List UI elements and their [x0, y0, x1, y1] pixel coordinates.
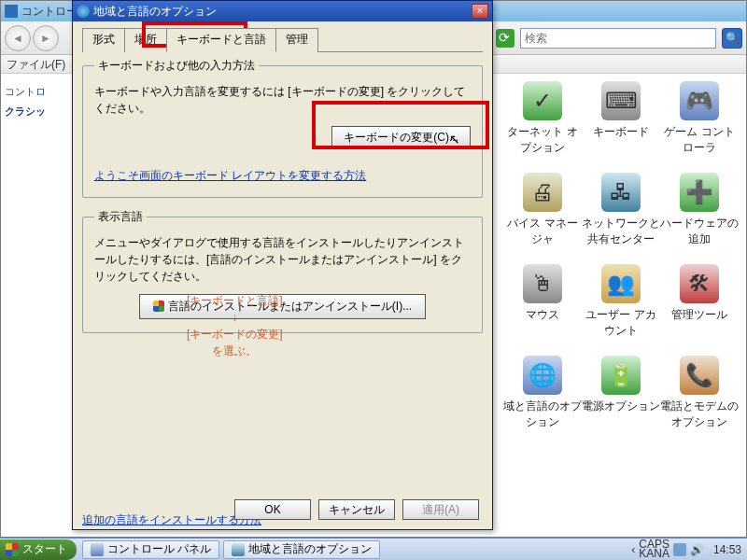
taskbar-item-control-panel[interactable]: コントロール パネル [82, 540, 219, 559]
tab-format[interactable]: 形式 [82, 28, 125, 52]
side-link-classic[interactable]: クラシッ [5, 105, 61, 119]
mouse-icon: 🖱 [523, 264, 562, 303]
globe-icon [77, 5, 90, 18]
search-go-button[interactable]: 🔍 [722, 28, 742, 49]
cp-item[interactable]: 👥ユーザー アカウント [582, 264, 660, 356]
users-icon: 👥 [601, 264, 641, 303]
keyboard-icon: ⌨ [601, 81, 641, 120]
dialog-titlebar[interactable]: 地域と言語のオプション × [73, 1, 492, 21]
caps-indicator: CAPSKANA [639, 540, 669, 559]
hardware-icon: ➕ [680, 173, 719, 212]
cp-icon [5, 5, 18, 18]
start-button[interactable]: スタート [0, 539, 77, 560]
tab-admin[interactable]: 管理 [275, 28, 318, 52]
clock[interactable]: 14:53 [713, 543, 741, 556]
cp-item[interactable]: 🔋電源オプション [582, 356, 660, 447]
menu-file[interactable]: ファイル(F) [7, 58, 65, 71]
tray-printer-icon[interactable] [673, 543, 686, 556]
search-icon [496, 29, 514, 48]
taskbar: スタート コントロール パネル 地域と言語のオプション ‹ CAPSKANA 🔊… [0, 538, 747, 560]
cp-sidebar: コントロ クラシッ [1, 74, 64, 537]
install-language-button[interactable]: 言語のインストールまたはアンインストール(I)... [139, 294, 426, 319]
tray-volume-icon[interactable]: 🔊 [690, 543, 704, 556]
keyboard-text: キーボードや入力言語を変更するには [キーボードの変更] をクリックしてください… [94, 83, 471, 117]
power-icon: 🔋 [601, 356, 641, 395]
cp-item[interactable]: ✓ターネット オプション [503, 81, 582, 173]
system-tray: ‹ CAPSKANA 🔊 14:53 [626, 540, 747, 559]
keyboard-legend: キーボードおよび他の入力方法 [94, 58, 259, 74]
cp-title: コントロー [21, 4, 78, 20]
cancel-button[interactable]: キャンセル [318, 499, 395, 520]
dialog-buttons: OK キャンセル 適用(A) [234, 499, 479, 520]
display-language-legend: 表示言語 [94, 209, 147, 225]
close-button[interactable]: × [472, 4, 488, 19]
windows-flag-icon [6, 543, 19, 556]
cp-item[interactable]: ➕ハードウェアの追加 [660, 173, 739, 264]
apply-button[interactable]: 適用(A) [402, 499, 479, 520]
gamepad-icon: 🎮 [680, 81, 719, 120]
tab-strip: 形式 場所 キーボードと言語 管理 [82, 27, 483, 52]
side-link-control[interactable]: コントロ [5, 85, 61, 99]
region-language-dialog: 地域と言語のオプション × 形式 場所 キーボードと言語 管理 キーボードおよび… [72, 0, 493, 530]
forward-button[interactable]: ► [33, 25, 59, 51]
cp-item[interactable]: 🌐域と言語のオプション [503, 356, 582, 447]
tray-chevron-icon[interactable]: ‹ [631, 543, 635, 556]
display-language-text: メニューやダイアログで使用する言語をインストールしたりアンインストールしたりする… [94, 234, 471, 285]
welcome-layout-link[interactable]: ようこそ画面のキーボード レイアウトを変更する方法 [94, 168, 366, 184]
display-language-fieldset: 表示言語 メニューやダイアログで使用する言語をインストールしたりアンインストール… [82, 209, 483, 333]
cp-item[interactable]: 🖱マウス [503, 264, 582, 356]
taskbar-item-region[interactable]: 地域と言語のオプション [223, 540, 380, 559]
device-icon: 🖨 [523, 173, 562, 212]
internet-icon: ✓ [523, 81, 562, 120]
cp-item[interactable]: 📞電話とモデムのオプション [660, 356, 739, 447]
cp-item[interactable]: 🎮ゲーム コントローラ [660, 81, 739, 173]
cp-item[interactable]: 🖧ネットワークと共有センター [582, 173, 660, 264]
ok-button[interactable]: OK [234, 499, 311, 520]
change-keyboard-button[interactable]: キーボードの変更(C)... ↖ [331, 126, 471, 149]
folder-icon [91, 543, 104, 556]
dialog-title: 地域と言語のオプション [93, 4, 217, 20]
cp-item[interactable]: 🛠管理ツール [660, 264, 739, 356]
region-icon: 🌐 [523, 356, 562, 395]
cp-item[interactable]: ⌨キーボード [582, 81, 660, 173]
network-icon: 🖧 [601, 173, 641, 212]
cp-item[interactable]: 🖨バイス マネージャ [503, 173, 582, 264]
keyboard-fieldset: キーボードおよび他の入力方法 キーボードや入力言語を変更するには [キーボードの… [82, 58, 483, 198]
tab-keyboard-language[interactable]: キーボードと言語 [166, 28, 276, 52]
admin-icon: 🛠 [680, 264, 719, 303]
back-button[interactable]: ◄ [5, 25, 31, 51]
search-input[interactable] [520, 28, 716, 49]
phone-icon: 📞 [680, 356, 719, 395]
tab-location[interactable]: 場所 [124, 28, 167, 52]
shield-icon [153, 301, 164, 312]
globe-icon [232, 543, 245, 556]
